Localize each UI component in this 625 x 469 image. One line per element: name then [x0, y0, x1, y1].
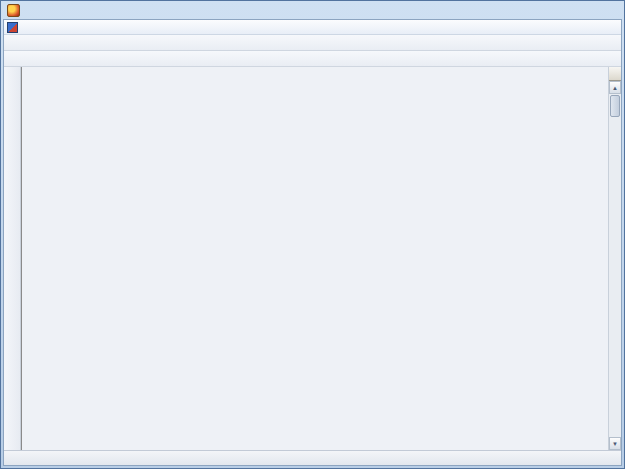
secondary-toolbar: [4, 51, 621, 67]
app-icon: [7, 4, 20, 17]
estimate-table: [21, 67, 608, 450]
title-bar[interactable]: [3, 1, 622, 19]
mdi-document-icon[interactable]: [7, 22, 18, 33]
application-window: ▲ ▼: [0, 0, 625, 469]
status-bar: [4, 450, 621, 465]
vertical-scrollbar[interactable]: ▲ ▼: [608, 67, 621, 450]
scrollbar-cap: [609, 67, 621, 81]
scroll-down-button[interactable]: ▼: [609, 437, 621, 450]
work-area: ▲ ▼: [4, 67, 621, 450]
table-header: [22, 67, 608, 81]
scroll-up-button[interactable]: ▲: [609, 81, 621, 94]
client-area: ▲ ▼: [3, 19, 622, 466]
menu-bar: [4, 20, 621, 35]
main-toolbar: [4, 35, 621, 51]
scrollbar-track[interactable]: [609, 118, 621, 437]
scrollbar-thumb[interactable]: [610, 95, 620, 117]
side-toolbar: [4, 67, 21, 450]
